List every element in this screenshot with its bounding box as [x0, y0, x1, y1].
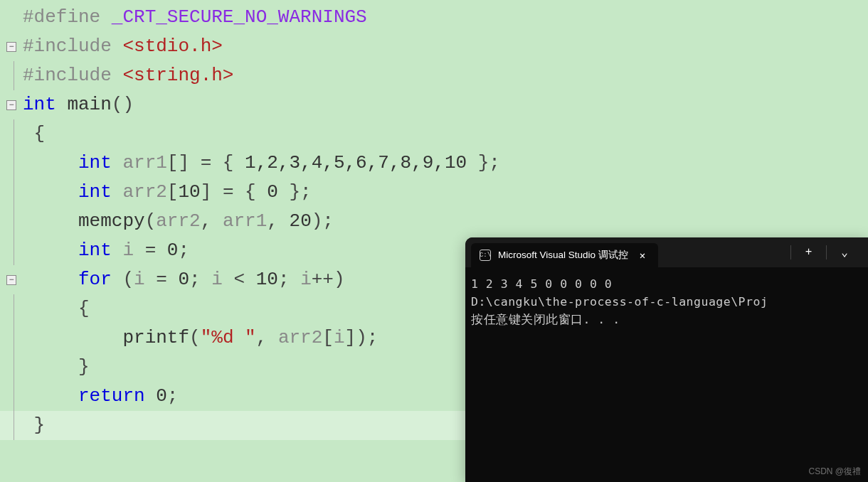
- terminal-output-3: 按任意键关闭此窗口. . .: [471, 311, 862, 329]
- printf-bclose: ]: [345, 327, 356, 348]
- kw-int: int: [23, 94, 56, 115]
- action-divider-2: [826, 245, 827, 259]
- gutter-14: [0, 382, 23, 411]
- macro-name: _CRT_SECURE_NO_WARNINGS: [112, 6, 367, 28]
- gutter-13: [0, 353, 23, 382]
- tab-close-button[interactable]: ✕: [635, 248, 650, 263]
- arr1-eq: [] = {: [167, 152, 245, 173]
- arr2-size: 10: [178, 181, 200, 203]
- return-val: 0: [145, 385, 167, 407]
- open-brace: {: [34, 123, 46, 144]
- memcpy-arg3: 20: [290, 210, 312, 232]
- terminal-titlebar[interactable]: C:\ Microsoft Visual Studio 调试控 ✕ + ⌄: [465, 237, 868, 267]
- arr1-values: 1,2,3,4,5,6,7,8,9,10: [245, 152, 467, 173]
- kw-int-arr1: int: [78, 152, 112, 173]
- new-tab-button[interactable]: +: [797, 243, 821, 262]
- for-open-brace: {: [78, 298, 90, 319]
- terminal-output-2: D:\cangku\the-process-of-c-language\Proj: [471, 294, 862, 311]
- gutter-7: [0, 178, 23, 207]
- gutter-8: [0, 207, 23, 236]
- gutter-5: [0, 119, 23, 149]
- memcpy-close: );: [312, 210, 334, 232]
- for-eq: =: [145, 269, 179, 290]
- watermark: CSDN @復禮: [808, 466, 861, 478]
- kw-for: for: [78, 269, 112, 290]
- for-s1: ;: [189, 269, 211, 290]
- fold-toggle-2[interactable]: −: [0, 32, 23, 61]
- memcpy-c1: ,: [201, 210, 223, 232]
- action-divider: [790, 245, 791, 259]
- for-lt: <: [223, 269, 256, 290]
- printf-bopen: [: [322, 327, 334, 348]
- dropdown-button[interactable]: ⌄: [832, 242, 857, 262]
- func-memcpy: memcpy: [78, 210, 145, 232]
- for-i3: i: [300, 269, 312, 290]
- i-assign: =: [134, 240, 167, 261]
- for-close-brace: }: [78, 356, 90, 377]
- var-i: i: [112, 240, 134, 261]
- kw-int-arr2: int: [78, 181, 112, 203]
- memcpy-arg1: arr2: [156, 210, 200, 232]
- for-ten: 10: [256, 269, 278, 290]
- for-i1: i: [134, 269, 145, 290]
- printf-close: );: [356, 327, 378, 348]
- fold-toggle-10[interactable]: −: [0, 265, 23, 294]
- printf-arr2: arr2: [278, 327, 322, 348]
- gutter-3: [0, 61, 23, 90]
- arr2-mid: ] = {: [201, 181, 268, 203]
- code-line-5: {: [0, 119, 868, 149]
- gutter-9: [0, 236, 23, 265]
- code-line-6: int arr1[] = { 1,2,3,4,5,6,7,8,9,10 };: [0, 149, 868, 178]
- return-semi: ;: [167, 385, 179, 407]
- for-i2: i: [211, 269, 223, 290]
- printf-open: (: [189, 327, 201, 348]
- var-arr2: arr2: [112, 181, 167, 203]
- arr2-bopen: [: [167, 181, 179, 203]
- include-string: <string.h>: [122, 65, 233, 86]
- gutter-11: [0, 294, 23, 323]
- code-line-3: #include <string.h>: [0, 61, 868, 90]
- func-printf: printf: [122, 327, 189, 348]
- terminal-window: C:\ Microsoft Visual Studio 调试控 ✕ + ⌄ 1 …: [465, 237, 868, 482]
- gutter-12: [0, 323, 23, 353]
- terminal-body[interactable]: 1 2 3 4 5 0 0 0 0 0 D:\cangku\the-proces…: [465, 267, 868, 337]
- code-line-4: − int main(): [0, 90, 868, 119]
- include-stdio: <stdio.h>: [122, 36, 222, 57]
- arr2-end: };: [278, 181, 312, 203]
- for-open: (: [112, 269, 134, 290]
- preproc-include: #include: [23, 36, 122, 57]
- preproc-define: #define: [23, 6, 112, 28]
- for-s2: ;: [278, 269, 300, 290]
- printf-idx: i: [334, 327, 345, 348]
- main-parens: (): [112, 94, 134, 115]
- printf-fmt: "%d ": [201, 327, 256, 348]
- titlebar-actions: + ⌄: [788, 242, 862, 262]
- gutter-15: [0, 411, 23, 440]
- kw-int-i: int: [78, 240, 112, 261]
- memcpy-arg2: arr1: [223, 210, 267, 232]
- printf-comma: ,: [256, 327, 278, 348]
- var-arr1: arr1: [112, 152, 167, 173]
- preproc-include-2: #include: [23, 65, 122, 86]
- kw-return: return: [78, 385, 145, 407]
- code-line-1: #define _CRT_SECURE_NO_WARNINGS: [0, 3, 868, 32]
- arr1-end: };: [467, 152, 500, 173]
- terminal-tab-icon: C:\: [480, 250, 491, 261]
- code-line-2: − #include <stdio.h>: [0, 32, 868, 61]
- arr2-init: 0: [267, 181, 278, 203]
- terminal-tab-title: Microsoft Visual Studio 调试控: [498, 249, 628, 262]
- code-line-8: memcpy(arr2, arr1, 20);: [0, 207, 868, 236]
- terminal-output-1: 1 2 3 4 5 0 0 0 0 0: [471, 276, 862, 294]
- main-close-brace: }: [34, 414, 46, 436]
- memcpy-open: (: [145, 210, 157, 232]
- terminal-tab[interactable]: C:\ Microsoft Visual Studio 调试控 ✕: [471, 243, 658, 267]
- for-inc: ++): [312, 269, 345, 290]
- gutter-6: [0, 149, 23, 178]
- fold-toggle-4[interactable]: −: [0, 90, 23, 119]
- code-line-7: int arr2[10] = { 0 };: [0, 178, 868, 207]
- gutter-1: [0, 3, 23, 32]
- memcpy-c2: ,: [267, 210, 289, 232]
- func-main: main: [56, 94, 112, 115]
- i-semi: ;: [178, 240, 189, 261]
- i-zero: 0: [167, 240, 179, 261]
